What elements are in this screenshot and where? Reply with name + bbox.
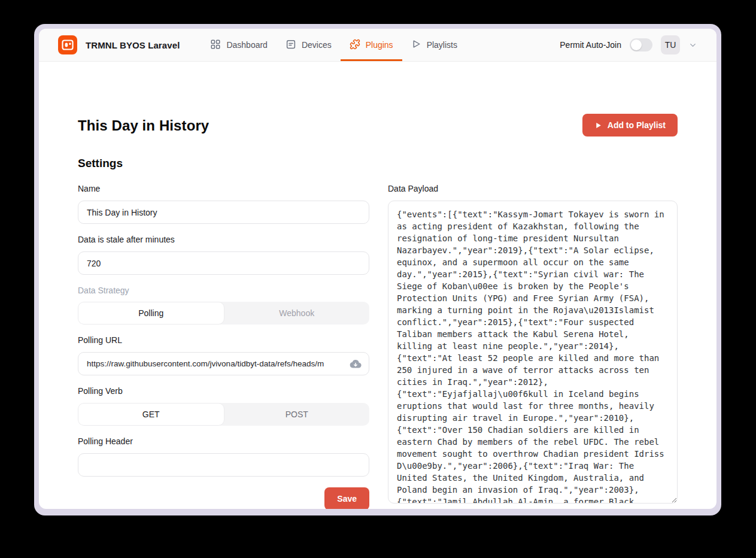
- settings-heading: Settings: [78, 156, 678, 170]
- polling-url-wrap: [78, 352, 369, 375]
- header-actions: Permit Auto-Join TU: [560, 29, 697, 61]
- tab-dashboard-label: Dashboard: [226, 40, 268, 50]
- app-header: TRMNL BYOS Laravel Dashboard: [39, 29, 716, 62]
- add-to-playlist-button[interactable]: Add to Playlist: [582, 114, 678, 137]
- brand: TRMNL BYOS Laravel: [58, 29, 180, 61]
- permit-auto-join-label: Permit Auto-Join: [560, 40, 621, 50]
- plugins-puzzle-icon: [350, 39, 360, 51]
- data-payload-label: Data Payload: [388, 184, 678, 194]
- stale-minutes-input[interactable]: [78, 251, 369, 275]
- stale-field-group: Data is stale after minutes: [78, 235, 369, 275]
- user-menu-chevron-down-icon[interactable]: [688, 41, 697, 50]
- polling-url-label: Polling URL: [78, 335, 369, 345]
- data-strategy-segmented-control: Polling Webhook: [78, 302, 369, 325]
- page-title: This Day in History: [78, 117, 209, 134]
- stale-label: Data is stale after minutes: [78, 235, 369, 245]
- polling-verb-group: Polling Verb GET POST: [78, 386, 369, 426]
- settings-columns: Name Data is stale after minutes Data St…: [78, 184, 678, 509]
- tab-plugins-label: Plugins: [366, 40, 393, 50]
- verb-option-get[interactable]: GET: [78, 403, 224, 426]
- polling-url-input[interactable]: [78, 352, 369, 375]
- verb-option-post[interactable]: POST: [224, 403, 370, 426]
- devices-icon: [286, 39, 296, 51]
- data-strategy-group: Data Strategy Polling Webhook: [78, 286, 369, 325]
- playlists-play-icon: [411, 39, 421, 51]
- polling-header-label: Polling Header: [78, 436, 369, 447]
- polling-header-input[interactable]: [78, 453, 369, 477]
- data-payload-textarea[interactable]: {"events":[{"text":"Kassym-Jomart Tokaye…: [388, 201, 678, 504]
- name-field-group: Name: [78, 184, 369, 224]
- tab-devices-label: Devices: [302, 40, 332, 50]
- tab-devices[interactable]: Devices: [277, 29, 341, 61]
- data-strategy-label: Data Strategy: [78, 286, 369, 296]
- payload-column: Data Payload {"events":[{"text":"Kassym-…: [388, 184, 678, 509]
- polling-header-group: Polling Header: [78, 436, 369, 477]
- main-nav: Dashboard Devices: [201, 29, 466, 61]
- polling-url-group: Polling URL: [78, 335, 369, 375]
- polling-verb-label: Polling Verb: [78, 386, 369, 396]
- page-content: This Day in History Add to Playlist Sett…: [39, 62, 716, 509]
- trmnl-logo-icon: [58, 35, 77, 54]
- strategy-option-polling[interactable]: Polling: [78, 302, 224, 325]
- page-head: This Day in History Add to Playlist: [78, 114, 678, 137]
- tab-plugins[interactable]: Plugins: [341, 29, 402, 61]
- dashboard-grid-icon: [210, 39, 221, 51]
- permit-auto-join-toggle[interactable]: [630, 38, 652, 51]
- tab-dashboard[interactable]: Dashboard: [201, 29, 277, 61]
- polling-verb-segmented-control: GET POST: [78, 403, 369, 426]
- brand-title: TRMNL BYOS Laravel: [86, 40, 180, 50]
- app-window: TRMNL BYOS Laravel Dashboard: [34, 24, 721, 515]
- strategy-option-webhook[interactable]: Webhook: [224, 302, 370, 325]
- toggle-knob: [631, 40, 642, 50]
- name-label: Name: [78, 184, 369, 194]
- play-icon: [594, 122, 602, 129]
- settings-form: Name Data is stale after minutes Data St…: [78, 184, 369, 509]
- app-card: TRMNL BYOS Laravel Dashboard: [39, 29, 716, 509]
- name-input[interactable]: [78, 201, 369, 224]
- tab-playlists-label: Playlists: [427, 40, 457, 50]
- save-row: Save: [78, 487, 369, 509]
- user-avatar[interactable]: TU: [661, 35, 680, 54]
- tab-playlists[interactable]: Playlists: [402, 29, 466, 61]
- add-to-playlist-label: Add to Playlist: [608, 120, 666, 130]
- save-button[interactable]: Save: [324, 487, 369, 509]
